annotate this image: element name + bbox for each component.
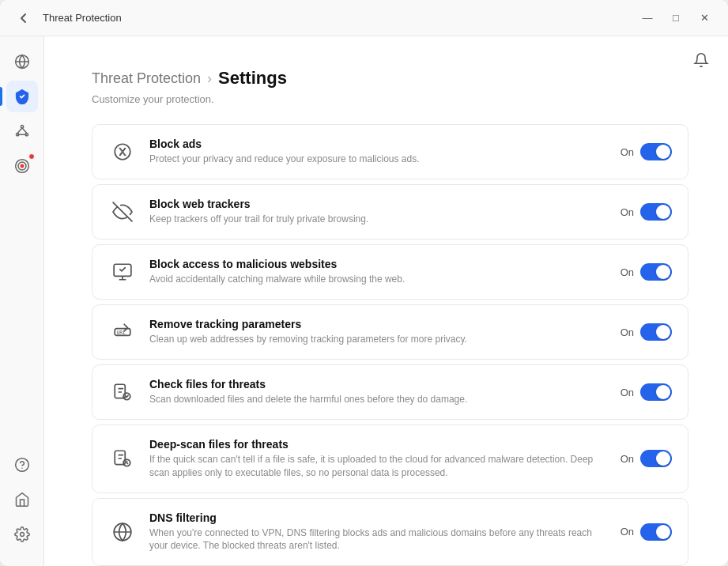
block-ads-text: Block ads Protect your privacy and reduc… [149, 138, 608, 166]
sidebar-bottom [6, 449, 38, 557]
page-subtitle: Customize your protection. [92, 93, 688, 105]
breadcrumb-current: Settings [218, 68, 287, 89]
window-controls: — □ ✕ [636, 7, 715, 29]
block-web-trackers-toggle[interactable] [640, 203, 672, 221]
svg-point-1 [21, 126, 23, 128]
setting-card-block-web-trackers: Block web trackers Keep trackers off you… [92, 184, 688, 240]
sidebar-item-home[interactable] [6, 484, 38, 515]
notification-bell[interactable] [693, 52, 709, 72]
breadcrumb-separator: › [207, 70, 212, 87]
close-button[interactable]: ✕ [693, 7, 715, 29]
check-files-threats-icon [108, 378, 137, 406]
main-content: Threat Protection › Settings Customize y… [44, 36, 728, 566]
block-ads-status: On [620, 146, 634, 158]
setting-card-remove-tracking-params: URL Remove tracking parameters Clean up … [92, 304, 688, 360]
block-malicious-websites-icon [108, 258, 137, 286]
remove-tracking-params-title: Remove tracking parameters [149, 318, 608, 330]
deep-scan-files-status: On [620, 453, 634, 465]
check-files-threats-text: Check files for threats Scan downloaded … [149, 378, 608, 406]
check-files-threats-status: On [620, 387, 634, 398]
block-web-trackers-control: On [620, 203, 672, 221]
sidebar-item-vpn[interactable] [6, 115, 38, 147]
remove-tracking-params-description: Clean up web addresses by removing track… [149, 333, 608, 346]
sidebar-item-help[interactable] [6, 449, 38, 481]
deep-scan-files-description: If the quick scan can't tell if a file i… [149, 453, 608, 480]
check-files-threats-description: Scan downloaded files and delete the har… [149, 393, 608, 406]
block-web-trackers-text: Block web trackers Keep trackers off you… [149, 198, 608, 226]
block-ads-toggle[interactable] [640, 143, 672, 160]
titlebar: Threat Protection — □ ✕ [0, 0, 728, 36]
deep-scan-files-text: Deep-scan files for threats If the quick… [149, 438, 608, 480]
deep-scan-files-control: On [620, 450, 672, 467]
dns-filtering-icon [108, 518, 137, 546]
block-malicious-websites-text: Block access to malicious websites Avoid… [149, 258, 608, 286]
sidebar-item-settings[interactable] [6, 519, 38, 550]
block-web-trackers-description: Keep trackers off your trail for truly p… [149, 213, 608, 226]
remove-tracking-params-control: On [620, 323, 672, 341]
svg-line-5 [22, 128, 27, 134]
block-malicious-websites-status: On [620, 266, 634, 278]
block-ads-control: On [620, 143, 672, 160]
remove-tracking-params-toggle[interactable] [640, 323, 672, 341]
dns-filtering-description: When you're connected to VPN, DNS filter… [149, 526, 608, 553]
page-header: Threat Protection › Settings Customize y… [92, 68, 688, 105]
block-malicious-websites-description: Avoid accidentally catching malware whil… [149, 273, 608, 286]
dns-filtering-status: On [620, 526, 634, 538]
svg-point-9 [21, 164, 23, 167]
main-layout: Threat Protection › Settings Customize y… [0, 36, 728, 566]
dns-filtering-title: DNS filtering [149, 511, 608, 524]
deep-scan-files-icon [108, 444, 137, 473]
breadcrumb: Threat Protection › Settings [92, 68, 688, 89]
sidebar-item-globe[interactable] [6, 46, 38, 77]
check-files-threats-title: Check files for threats [149, 378, 608, 391]
breadcrumb-parent: Threat Protection [92, 70, 201, 87]
check-files-threats-control: On [620, 383, 672, 401]
sidebar [0, 36, 44, 566]
setting-card-deep-scan-files: Deep-scan files for threats If the quick… [92, 424, 688, 493]
block-ads-icon [108, 138, 137, 166]
dns-filtering-toggle[interactable] [640, 523, 672, 541]
setting-card-block-malicious-websites: Block access to malicious websites Avoid… [92, 244, 688, 300]
block-ads-title: Block ads [149, 138, 608, 150]
block-web-trackers-title: Block web trackers [149, 198, 608, 210]
block-malicious-websites-toggle[interactable] [640, 263, 672, 281]
remove-tracking-params-icon: URL [108, 318, 137, 346]
block-web-trackers-icon [108, 198, 137, 226]
svg-point-10 [15, 458, 28, 472]
deep-scan-files-title: Deep-scan files for threats [149, 438, 608, 451]
block-malicious-websites-title: Block access to malicious websites [149, 258, 608, 270]
dns-filtering-control: On [620, 523, 672, 541]
setting-card-check-files-threats: Check files for threats Scan downloaded … [92, 364, 688, 420]
block-ads-description: Protect your privacy and reduce your exp… [149, 153, 608, 166]
remove-tracking-params-status: On [620, 326, 634, 338]
settings-list: Block ads Protect your privacy and reduc… [92, 124, 688, 566]
block-malicious-websites-control: On [620, 263, 672, 281]
remove-tracking-params-text: Remove tracking parameters Clean up web … [149, 318, 608, 346]
svg-line-4 [17, 128, 22, 134]
sidebar-item-shield[interactable] [6, 81, 38, 112]
setting-card-dns-filtering: DNS filtering When you're connected to V… [92, 498, 688, 566]
sidebar-item-target[interactable] [6, 150, 38, 182]
window-title: Threat Protection [43, 12, 122, 24]
app-window: Threat Protection — □ ✕ [0, 0, 728, 566]
deep-scan-files-toggle[interactable] [640, 450, 672, 467]
setting-card-block-ads: Block ads Protect your privacy and reduc… [92, 124, 688, 179]
block-web-trackers-status: On [620, 206, 634, 218]
maximize-button[interactable]: □ [665, 7, 687, 29]
minimize-button[interactable]: — [636, 7, 658, 29]
svg-point-11 [20, 533, 24, 537]
check-files-threats-toggle[interactable] [640, 383, 672, 401]
back-button[interactable] [13, 7, 35, 29]
dns-filtering-text: DNS filtering When you're connected to V… [149, 511, 608, 553]
